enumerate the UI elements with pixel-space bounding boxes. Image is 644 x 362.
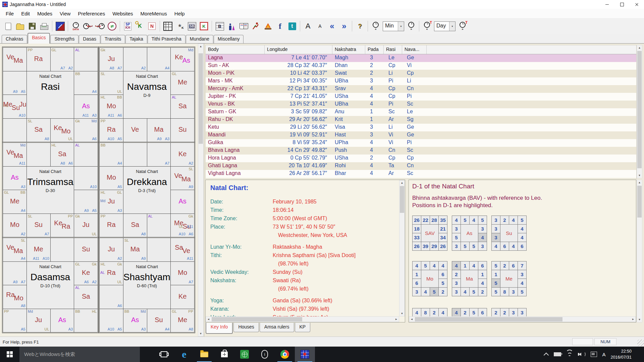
charts-scrollbar[interactable] xyxy=(198,44,204,337)
font-decrease-button[interactable]: A xyxy=(314,20,326,33)
bhava-chart-button[interactable]: B xyxy=(214,20,226,33)
table-row-hora-lagna[interactable]: Hora Lagna0 Cp 55' 02.79″USha2CpCp xyxy=(206,155,636,162)
maximize-button[interactable] xyxy=(614,0,629,9)
menu-modes[interactable]: Modes xyxy=(34,10,56,17)
muhurta-button[interactable] xyxy=(250,20,262,33)
birth-data-button[interactable] xyxy=(54,20,66,33)
homa-button[interactable] xyxy=(262,20,274,33)
bav-vscrollbar[interactable] xyxy=(637,180,642,322)
scroll-thumb[interactable] xyxy=(212,317,302,321)
menu-help[interactable]: Help xyxy=(171,10,189,17)
scroll-right-button[interactable] xyxy=(631,317,636,322)
battery-icon[interactable] xyxy=(554,352,561,356)
help-button[interactable]: ? xyxy=(354,20,366,33)
store-button[interactable] xyxy=(214,347,234,362)
jhora-button[interactable] xyxy=(295,347,315,362)
resize-grip[interactable] xyxy=(637,340,644,346)
scroll-right-button[interactable] xyxy=(394,317,399,322)
scroll-up-button[interactable] xyxy=(198,44,203,49)
tab-key-info[interactable]: Key Info xyxy=(206,323,233,334)
print-button[interactable] xyxy=(38,20,50,33)
save-button[interactable] xyxy=(26,20,38,33)
taskbar-clock[interactable]: 22:50 2016/07/31 xyxy=(610,348,633,360)
table-row-ketu[interactable]: Ketu29 Li 20' 56.62″Visa3LiGe xyxy=(206,124,636,131)
table-row-saturn-gk[interactable]: Saturn - GK3 Sc 59' 09.82″Anu1ScLe xyxy=(206,108,636,116)
scroll-down-button[interactable] xyxy=(198,331,203,336)
kota-chakra-button[interactable]: K xyxy=(198,20,210,33)
transit-step-combo[interactable]: Day xyxy=(434,21,455,31)
tab-houses[interactable]: Houses xyxy=(233,323,259,332)
table-row-mars-mk[interactable]: Mars - MK12 Pi 34' 00.35″UBha3PiLi xyxy=(206,77,636,85)
new-button[interactable] xyxy=(2,20,14,33)
scroll-thumb[interactable] xyxy=(415,317,562,321)
table-row-sun-ak[interactable]: Sun - AK28 Cp 32' 40.37″Dhan2CpVi xyxy=(206,62,636,70)
table-row-gulika[interactable]: Gulika8 Vi 59' 35.24″UPha4ViPi xyxy=(206,139,636,147)
hidden-icons-chevron-icon[interactable] xyxy=(544,352,549,358)
menu-preferences[interactable]: Preferences xyxy=(74,10,109,17)
planet-table-scrollbar[interactable] xyxy=(637,45,642,178)
scroll-up-button[interactable] xyxy=(637,180,642,185)
column-rasi[interactable]: Rasi xyxy=(384,45,402,54)
dropdown-arrow-icon[interactable] xyxy=(449,22,455,31)
column-longitude[interactable]: Longitude xyxy=(265,45,332,54)
undo-time-button[interactable]: ↩× xyxy=(82,20,94,33)
menu-view[interactable]: View xyxy=(56,10,74,17)
kp-key-button[interactable]: K xyxy=(134,20,146,33)
column-nava[interactable]: Nava... xyxy=(402,45,427,54)
panchanga-reader-button[interactable] xyxy=(238,20,250,33)
table-row-lagna[interactable]: Lagna7 Le 41' 07.70″Magh3LeGe xyxy=(206,54,636,62)
menu-file[interactable]: File xyxy=(2,10,17,17)
tab-miscellany[interactable]: Miscellany xyxy=(214,35,244,44)
bav-hscrollbar[interactable] xyxy=(409,316,636,322)
compatibility-button[interactable] xyxy=(226,20,238,33)
wifi-icon[interactable] xyxy=(566,352,573,357)
table-row-vighati-lagna[interactable]: Vighati Lagna26 Ar 28' 56.17″Bhar4ArSc xyxy=(206,170,636,178)
transit-rewind-button[interactable]: «T xyxy=(421,20,433,33)
volume-icon[interactable] xyxy=(578,352,586,357)
column-pada[interactable]: Pada xyxy=(365,45,384,54)
green-app-button[interactable] xyxy=(234,347,255,362)
table-row-rahu-dk[interactable]: Rahu - DK29 Ar 20' 56.62″Krit1ArSg xyxy=(206,116,636,124)
table-row-mercury-amk[interactable]: Mercury - AmK22 Cp 13' 43.31″Srav4CpCn xyxy=(206,85,636,93)
previous-view-button[interactable]: « xyxy=(326,20,338,33)
sp-kh-button[interactable]: SPKH xyxy=(122,20,134,33)
table-row-jupiter-pk[interactable]: Jupiter - PK7 Cp 21' 41.05″USha4CpPi xyxy=(206,93,636,101)
scroll-thumb[interactable] xyxy=(637,51,642,168)
table-row-maandi[interactable]: Maandi19 Vi 09' 52.91″Hast3ViGe xyxy=(206,131,636,139)
time-step-combo[interactable]: Min xyxy=(383,21,404,31)
key-info-vscrollbar[interactable] xyxy=(399,180,405,316)
dropdown-arrow-icon[interactable] xyxy=(398,22,404,31)
ime-indicator[interactable]: A xyxy=(602,352,605,357)
scroll-up-button[interactable] xyxy=(637,45,642,50)
scroll-left-button[interactable] xyxy=(206,317,211,322)
scroll-down-button[interactable] xyxy=(637,173,642,178)
action-center-icon[interactable] xyxy=(591,352,597,357)
tab-dasas[interactable]: Dasas xyxy=(79,35,100,44)
scroll-thumb[interactable] xyxy=(199,53,203,144)
tab-basics[interactable]: Basics xyxy=(28,33,50,44)
column-body[interactable]: Body xyxy=(206,45,265,54)
start-button[interactable] xyxy=(0,347,19,362)
scroll-thumb[interactable] xyxy=(400,186,404,213)
tab-mundane[interactable]: Mundane xyxy=(186,35,213,44)
transit-forward-button[interactable]: »T xyxy=(457,20,469,33)
chart-window-button[interactable] xyxy=(162,20,174,33)
kala-button[interactable]: *K xyxy=(174,20,186,33)
chrome-button[interactable] xyxy=(275,347,295,362)
tab-tajaka[interactable]: Tajaka xyxy=(125,35,147,44)
edge-button[interactable] xyxy=(174,347,194,362)
scroll-up-button[interactable] xyxy=(399,180,405,185)
notes-button[interactable]: N xyxy=(146,20,158,33)
tab-kp[interactable]: KP xyxy=(295,323,311,332)
time-rewind-button[interactable]: « xyxy=(370,20,382,33)
tab-tithi-pravesha[interactable]: Tithi Pravesha xyxy=(148,35,185,44)
table-row-venus-bk[interactable]: Venus - BK13 Pi 52' 37.41″UBha4PiSc xyxy=(206,101,636,108)
table-row-bhava-lagna[interactable]: Bhava Lagna14 Cn 29' 49.82″Push4CnSc xyxy=(206,147,636,155)
sarvatobhadra-button[interactable]: SB xyxy=(186,20,198,33)
open-button[interactable] xyxy=(14,20,26,33)
column-nakshatra[interactable]: Nakshatra xyxy=(332,45,365,54)
tab-strengths[interactable]: Strengths xyxy=(50,35,78,44)
info-app-button[interactable] xyxy=(255,347,275,362)
tab-chakras[interactable]: Chakras xyxy=(2,35,27,44)
menu-websites[interactable]: Websites xyxy=(109,10,137,17)
